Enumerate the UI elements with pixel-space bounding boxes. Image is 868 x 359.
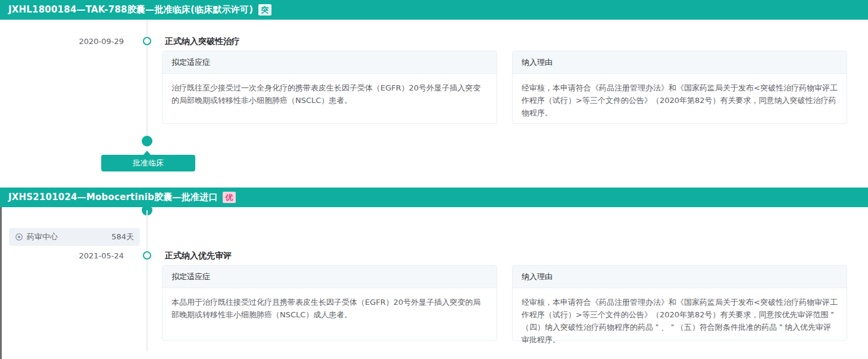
card-body-text: 本品用于治疗既往接受过化疗且携带表皮生长因子受体（EGFR）20号外显子插入突变… <box>163 288 497 321</box>
agency-duration: 584天 <box>111 232 134 242</box>
priority-review-badge: 优 <box>223 192 235 203</box>
milestone-status-tag: 批准临床 <box>101 155 195 171</box>
timeline-milestone-dot <box>142 136 152 146</box>
review-agency-item: 药审中心 584天 <box>9 228 140 246</box>
timeline-node-icon <box>143 37 151 45</box>
record-header-bar-2: JXHS2101024—Mobocertinib胶囊—批准进口 优 <box>0 188 868 207</box>
inclusion-reason-card: 纳入理由 经审核，本申请符合《药品注册管理办法》和《国家药监局关于发布<突破性治… <box>512 265 847 341</box>
location-icon <box>15 233 23 241</box>
timeline-date: 2021-05-24 <box>54 251 124 260</box>
record-title: JXHS2101024—Mobocertinib胶囊—批准进口 <box>8 192 217 203</box>
breakthrough-therapy-badge: 突 <box>258 4 271 15</box>
agency-name: 药审中心 <box>27 232 58 242</box>
panel-left-edge <box>0 207 2 359</box>
timeline-event-title: 正式纳入优先审评 <box>165 251 232 261</box>
record-title: JXHL1800184—TAK-788胶囊—批准临床(临床默示许可) <box>8 4 253 15</box>
timeline-date: 2020-09-29 <box>54 37 124 46</box>
drug-registration-timeline-panel: JXHL1800184—TAK-788胶囊—批准临床(临床默示许可) 突 202… <box>0 0 868 359</box>
timeline-node-icon <box>143 251 151 260</box>
indication-card: 拟定适应症 治疗既往至少接受过一次全身化疗的携带表皮生长因子受体（EGFR）20… <box>162 51 497 124</box>
card-body-text: 治疗既往至少接受过一次全身化疗的携带表皮生长因子受体（EGFR）20号外显子插入… <box>163 74 497 107</box>
inclusion-reason-card: 纳入理由 经审核，本申请符合《药品注册管理办法》和《国家药监局关于发布<突破性治… <box>512 51 847 124</box>
record-header-bar-1: JXHL1800184—TAK-788胶囊—批准临床(临床默示许可) 突 <box>0 0 868 20</box>
milestone-tag-arrow <box>143 151 151 155</box>
card-title: 纳入理由 <box>513 266 847 288</box>
card-title: 拟定适应症 <box>163 266 497 288</box>
card-body-text: 经审核，本申请符合《药品注册管理办法》和《国家药监局关于发布<突破性治疗药物审评… <box>513 74 847 119</box>
card-body-text: 经审核，本申请符合《药品注册管理办法》和《国家药监局关于发布<突破性治疗药物审评… <box>513 288 847 346</box>
timeline-line <box>146 210 148 351</box>
card-title: 纳入理由 <box>513 51 847 74</box>
card-title: 拟定适应症 <box>163 51 497 74</box>
timeline-event-title: 正式纳入突破性治疗 <box>165 36 240 47</box>
indication-card: 拟定适应症 本品用于治疗既往接受过化疗且携带表皮生长因子受体（EGFR）20号外… <box>162 265 497 341</box>
